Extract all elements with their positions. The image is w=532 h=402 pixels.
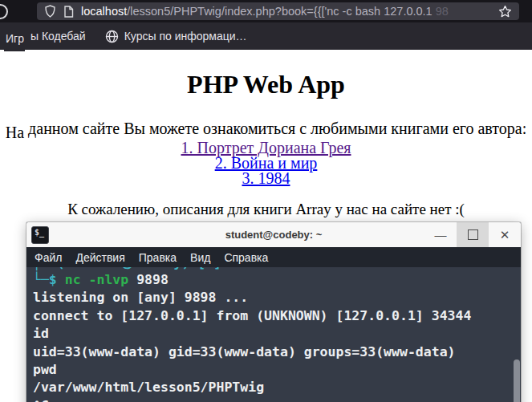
close-icon: ✕ xyxy=(500,228,510,242)
intro-rest: данном сайте Вы можете ознакомиться с лю… xyxy=(28,120,526,137)
bookmark-igry-kodebay[interactable]: Игры Кодебай xyxy=(4,26,86,46)
bookmarks-bar: Игры Кодебай Курсы по информаци… xyxy=(0,22,532,50)
terminal-line: connect to [127.0.0.1] from (UNKNOWN) [1… xyxy=(33,307,521,325)
url-text: localhost/lesson5/PHPTwig/index.php?book… xyxy=(81,5,491,18)
bookmark-star-icon[interactable] xyxy=(498,5,512,18)
menu-view[interactable]: Вид xyxy=(190,251,210,264)
bookmark-kursy[interactable]: Курсы по информаци… xyxy=(105,30,247,43)
bookmark-label: ы Кодебай xyxy=(30,30,86,43)
intro-text: На данном сайте Вы можете ознакомиться с… xyxy=(0,120,532,138)
book-links: 1. Портрет Дориана Грея 2. Война и мир 3… xyxy=(0,140,532,186)
prompt-symbol: └─$ xyxy=(33,272,57,287)
maximize-icon xyxy=(468,229,478,240)
terminal-line-clipped: ┌──(student㉿codeby)-[~] xyxy=(33,267,521,271)
command-arg: 9898 xyxy=(136,272,169,287)
link-book-3[interactable]: 3. 1984 xyxy=(0,171,532,186)
screen: localhost/lesson5/PHPTwig/index.php?book… xyxy=(0,0,532,402)
terminal-scrollbar-thumb[interactable] xyxy=(514,359,520,402)
browser-toolbar: localhost/lesson5/PHPTwig/index.php?book… xyxy=(0,0,532,22)
maximize-button[interactable] xyxy=(457,222,489,247)
menu-help[interactable]: Справка xyxy=(224,251,268,264)
page-icon[interactable] xyxy=(63,6,74,18)
minimize-button[interactable]: — xyxy=(424,222,457,247)
terminal-line: /var/www/html/lesson5/PHPTwig xyxy=(33,379,521,396)
terminal-menubar: Файл Действия Правка Вид Справка xyxy=(26,247,521,267)
web-page: PHP Web App На данном сайте Вы можете оз… xyxy=(0,69,532,218)
terminal-line: id xyxy=(33,325,521,343)
terminal-titlebar[interactable]: $_ student@codeby: ~ — ✕ xyxy=(26,222,521,247)
shield-icon[interactable] xyxy=(44,5,56,18)
url-path: /lesson5/PHPTwig/index.php?book={{['nc -… xyxy=(127,5,435,18)
terminal-output[interactable]: ┌──(student㉿codeby)-[~] └─$ nc -nlvp 989… xyxy=(26,267,521,402)
error-text: К сожалению, описания для книги Array у … xyxy=(0,201,532,218)
url-fade: 98 xyxy=(436,5,449,18)
bookmark-label: Курсы по информаци… xyxy=(124,30,247,43)
address-bar[interactable]: localhost/lesson5/PHPTwig/index.php?book… xyxy=(37,2,519,20)
menu-actions[interactable]: Действия xyxy=(75,251,124,264)
page-title: PHP Web App xyxy=(0,69,532,99)
terminal-line: ^C xyxy=(33,397,521,402)
terminal-line: uid=33(www-data) gid=33(www-data) groups… xyxy=(33,343,521,361)
terminal-icon: $_ xyxy=(31,226,49,244)
clipped-circle-icon xyxy=(0,4,8,19)
intro-fragment: На xyxy=(6,124,24,142)
terminal-window: $_ student@codeby: ~ — ✕ Файл Действия П… xyxy=(26,222,521,402)
terminal-line: listening on [any] 9898 ... xyxy=(33,289,521,307)
minimize-icon: — xyxy=(435,228,447,242)
command-text: nc -nlvp xyxy=(65,272,128,287)
globe-icon xyxy=(105,30,119,43)
bookmark-label-fragment: Игр xyxy=(4,32,25,51)
menu-edit[interactable]: Правка xyxy=(139,251,177,264)
terminal-prompt-line: └─$ nc -nlvp 9898 xyxy=(33,271,521,289)
terminal-line: pwd xyxy=(33,361,521,379)
close-button[interactable]: ✕ xyxy=(489,222,521,247)
url-host: localhost xyxy=(81,5,127,18)
window-controls: — ✕ xyxy=(424,222,521,247)
menu-file[interactable]: Файл xyxy=(35,251,62,264)
